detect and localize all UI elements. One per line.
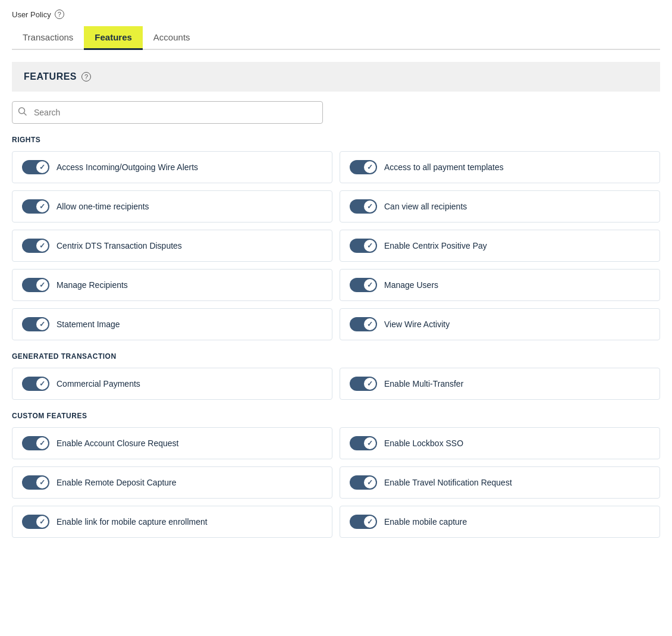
page-title: User Policy ? bbox=[12, 10, 660, 19]
toggle-label-payment-templates: Access to all payment templates bbox=[384, 162, 504, 172]
toggle-enable-multi-transfer[interactable]: ✓ bbox=[350, 377, 377, 391]
tabs-container: Transactions Features Accounts bbox=[12, 26, 660, 50]
toggle-remote-deposit[interactable]: ✓ bbox=[22, 475, 49, 490]
toggle-label-lockbox-sso: Enable Lockbox SSO bbox=[384, 438, 463, 448]
toggle-label-centrix-disputes: Centrix DTS Transaction Disputes bbox=[56, 241, 182, 250]
toggle-label-commercial-payments: Commercial Payments bbox=[56, 379, 140, 389]
toggle-check-icon: ✓ bbox=[39, 518, 45, 526]
group-label-generated-transaction: GENERATED TRANSACTION bbox=[12, 352, 660, 361]
group-label-rights: RIGHTS bbox=[12, 136, 660, 144]
toggle-grid-rights: ✓ Access Incoming/Outgoing Wire Alerts ✓… bbox=[12, 151, 660, 340]
toggle-label-view-wire-activity: View Wire Activity bbox=[384, 319, 450, 329]
features-section-header: FEATURES ? bbox=[12, 62, 660, 92]
toggle-item-view-recipients: ✓ Can view all recipients bbox=[340, 190, 660, 223]
toggle-manage-users[interactable]: ✓ bbox=[350, 278, 377, 292]
toggle-travel-notification[interactable]: ✓ bbox=[350, 475, 377, 490]
features-title: FEATURES bbox=[24, 71, 77, 82]
toggle-item-one-time-recipients: ✓ Allow one-time recipients bbox=[12, 190, 332, 223]
groups-container: RIGHTS ✓ Access Incoming/Outgoing Wire A… bbox=[12, 136, 660, 538]
toggle-grid-custom-features: ✓ Enable Account Closure Request ✓ Enabl… bbox=[12, 427, 660, 538]
toggle-item-statement-image: ✓ Statement Image bbox=[12, 308, 332, 340]
toggle-item-centrix-positive-pay: ✓ Enable Centrix Positive Pay bbox=[340, 230, 660, 262]
toggle-check-icon: ✓ bbox=[367, 518, 373, 526]
toggle-item-travel-notification: ✓ Enable Travel Notification Request bbox=[340, 466, 660, 499]
toggle-item-mobile-capture: ✓ Enable mobile capture bbox=[340, 506, 660, 538]
toggle-label-mobile-capture-enrollment: Enable link for mobile capture enrollmen… bbox=[56, 517, 208, 527]
toggle-one-time-recipients[interactable]: ✓ bbox=[22, 199, 49, 214]
toggle-check-icon: ✓ bbox=[39, 380, 45, 388]
toggle-check-icon: ✓ bbox=[39, 281, 45, 289]
toggle-commercial-payments[interactable]: ✓ bbox=[22, 377, 49, 391]
toggle-label-manage-recipients: Manage Recipients bbox=[56, 280, 128, 290]
toggle-view-recipients[interactable]: ✓ bbox=[350, 199, 377, 214]
features-help-icon[interactable]: ? bbox=[81, 72, 91, 82]
toggle-check-icon: ✓ bbox=[367, 380, 373, 388]
toggle-item-view-wire-activity: ✓ View Wire Activity bbox=[340, 308, 660, 340]
toggle-check-icon: ✓ bbox=[39, 163, 45, 171]
toggle-check-icon: ✓ bbox=[367, 439, 373, 447]
toggle-manage-recipients[interactable]: ✓ bbox=[22, 278, 49, 292]
search-icon bbox=[18, 107, 27, 118]
search-input[interactable] bbox=[12, 101, 323, 124]
toggle-centrix-positive-pay[interactable]: ✓ bbox=[350, 239, 377, 253]
toggle-check-icon: ✓ bbox=[39, 242, 45, 250]
toggle-mobile-capture[interactable]: ✓ bbox=[350, 515, 377, 529]
toggle-label-manage-users: Manage Users bbox=[384, 280, 438, 290]
toggle-label-statement-image: Statement Image bbox=[56, 319, 120, 329]
tab-transactions[interactable]: Transactions bbox=[12, 26, 84, 50]
toggle-account-closure[interactable]: ✓ bbox=[22, 436, 49, 450]
toggle-check-icon: ✓ bbox=[367, 320, 373, 328]
toggle-check-icon: ✓ bbox=[367, 478, 373, 487]
toggle-item-remote-deposit: ✓ Enable Remote Deposit Capture bbox=[12, 466, 332, 499]
toggle-view-wire-activity[interactable]: ✓ bbox=[350, 317, 377, 331]
toggle-item-commercial-payments: ✓ Commercial Payments bbox=[12, 368, 332, 400]
toggle-check-icon: ✓ bbox=[39, 439, 45, 447]
toggle-mobile-capture-enrollment[interactable]: ✓ bbox=[22, 515, 49, 529]
toggle-item-payment-templates: ✓ Access to all payment templates bbox=[340, 151, 660, 183]
toggle-label-enable-multi-transfer: Enable Multi-Transfer bbox=[384, 379, 463, 389]
toggle-lockbox-sso[interactable]: ✓ bbox=[350, 436, 377, 450]
toggle-label-account-closure: Enable Account Closure Request bbox=[56, 438, 178, 448]
toggle-check-icon: ✓ bbox=[367, 202, 373, 211]
toggle-check-icon: ✓ bbox=[367, 242, 373, 250]
toggle-grid-generated-transaction: ✓ Commercial Payments ✓ Enable Multi-Tra… bbox=[12, 368, 660, 400]
toggle-payment-templates[interactable]: ✓ bbox=[350, 160, 377, 174]
toggle-check-icon: ✓ bbox=[39, 478, 45, 487]
toggle-centrix-disputes[interactable]: ✓ bbox=[22, 239, 49, 253]
tab-accounts[interactable]: Accounts bbox=[143, 26, 201, 50]
toggle-check-icon: ✓ bbox=[367, 281, 373, 289]
search-container bbox=[12, 101, 323, 124]
toggle-label-centrix-positive-pay: Enable Centrix Positive Pay bbox=[384, 241, 487, 250]
toggle-label-mobile-capture: Enable mobile capture bbox=[384, 517, 467, 527]
group-label-custom-features: CUSTOM FEATURES bbox=[12, 412, 660, 420]
toggle-item-enable-multi-transfer: ✓ Enable Multi-Transfer bbox=[340, 368, 660, 400]
toggle-wire-alerts[interactable]: ✓ bbox=[22, 160, 49, 174]
toggle-label-wire-alerts: Access Incoming/Outgoing Wire Alerts bbox=[56, 162, 198, 172]
toggle-item-account-closure: ✓ Enable Account Closure Request bbox=[12, 427, 332, 459]
toggle-check-icon: ✓ bbox=[39, 202, 45, 211]
toggle-label-one-time-recipients: Allow one-time recipients bbox=[56, 202, 149, 211]
toggle-check-icon: ✓ bbox=[39, 320, 45, 328]
toggle-check-icon: ✓ bbox=[367, 163, 373, 171]
toggle-item-mobile-capture-enrollment: ✓ Enable link for mobile capture enrollm… bbox=[12, 506, 332, 538]
toggle-item-lockbox-sso: ✓ Enable Lockbox SSO bbox=[340, 427, 660, 459]
toggle-statement-image[interactable]: ✓ bbox=[22, 317, 49, 331]
svg-line-1 bbox=[24, 113, 27, 115]
toggle-item-manage-recipients: ✓ Manage Recipients bbox=[12, 269, 332, 301]
toggle-item-centrix-disputes: ✓ Centrix DTS Transaction Disputes bbox=[12, 230, 332, 262]
toggle-label-remote-deposit: Enable Remote Deposit Capture bbox=[56, 478, 177, 487]
toggle-item-wire-alerts: ✓ Access Incoming/Outgoing Wire Alerts bbox=[12, 151, 332, 183]
toggle-item-manage-users: ✓ Manage Users bbox=[340, 269, 660, 301]
toggle-label-view-recipients: Can view all recipients bbox=[384, 202, 467, 211]
page-title-text: User Policy bbox=[12, 10, 51, 19]
page-help-icon[interactable]: ? bbox=[55, 10, 64, 19]
tab-features[interactable]: Features bbox=[84, 26, 143, 50]
toggle-label-travel-notification: Enable Travel Notification Request bbox=[384, 478, 512, 487]
